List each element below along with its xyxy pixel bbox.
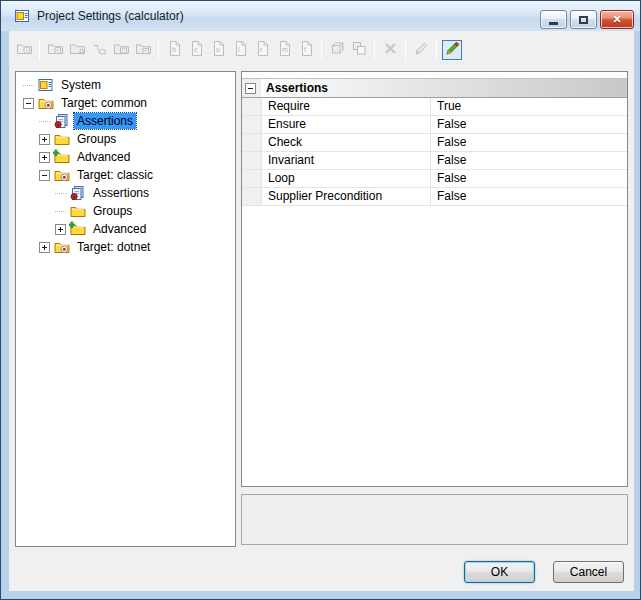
maximize-button[interactable] — [570, 10, 597, 29]
property-row-require[interactable]: RequireTrue — [242, 98, 627, 116]
new-cluster-icon — [69, 40, 86, 60]
tree-item-system[interactable]: System — [16, 76, 235, 94]
tree-item-target-classic[interactable]: Target: classic — [16, 166, 235, 184]
folder-icon — [53, 131, 70, 147]
folder-icon — [69, 203, 86, 219]
expand-icon[interactable] — [39, 242, 50, 253]
ok-button[interactable]: OK — [464, 561, 535, 583]
new-external-make-icon: m — [276, 40, 293, 60]
new-external-header-button[interactable]: h — [164, 40, 184, 60]
target-icon — [53, 167, 70, 183]
svg-text:m: m — [282, 46, 288, 53]
new-assembly-button[interactable] — [133, 40, 153, 60]
target-icon — [53, 239, 70, 255]
tree-item-groups[interactable]: Groups — [16, 130, 235, 148]
new-library-button[interactable] — [111, 40, 131, 60]
new-external-c-icon: c — [188, 40, 205, 60]
row-gutter — [242, 98, 261, 115]
assertions-icon — [53, 113, 70, 129]
property-name: Loop — [261, 170, 431, 187]
edit-button[interactable] — [411, 40, 431, 60]
property-row-ensure[interactable]: EnsureFalse — [242, 116, 627, 134]
property-value[interactable]: True — [431, 98, 627, 115]
property-value[interactable]: False — [431, 134, 627, 151]
new-external-header-icon: h — [166, 40, 183, 60]
expand-icon[interactable] — [39, 134, 50, 145]
property-value[interactable]: False — [431, 188, 627, 205]
tree-item-assertions[interactable]: Assertions — [16, 112, 235, 130]
new-external-make-button[interactable]: m — [274, 40, 294, 60]
toolbar-separator — [39, 39, 40, 61]
tree-item-label: Assertions — [90, 185, 152, 201]
new-system-button[interactable] — [14, 40, 34, 60]
grid-section-header[interactable]: Assertions — [242, 78, 627, 98]
expand-icon[interactable] — [55, 224, 66, 235]
toolbar-separator — [436, 39, 437, 61]
new-assembly-icon — [135, 40, 152, 60]
property-name: Invariant — [261, 152, 431, 169]
tree-item-advanced[interactable]: Advanced — [16, 220, 235, 238]
collapse-icon[interactable] — [23, 98, 34, 109]
property-row-invariant[interactable]: InvariantFalse — [242, 152, 627, 170]
property-name: Supplier Precondition — [261, 188, 431, 205]
assertions-icon — [69, 185, 86, 201]
property-value[interactable]: False — [431, 116, 627, 133]
section-gutter — [242, 79, 261, 97]
close-button[interactable]: ✕ — [600, 10, 634, 29]
tree-item-assertions[interactable]: Assertions — [16, 184, 235, 202]
new-external-object-icon: o — [210, 40, 227, 60]
grid-rows: RequireTrueEnsureFalseCheckFalseInvarian… — [242, 98, 627, 206]
property-value[interactable]: False — [431, 152, 627, 169]
tree-item-label: Groups — [74, 131, 119, 147]
window-title: Project Settings (calculator) — [37, 9, 184, 23]
new-task-button[interactable] — [327, 40, 347, 60]
row-gutter — [242, 170, 261, 187]
new-external-resource-button[interactable]: r — [252, 40, 272, 60]
remove-button[interactable] — [380, 40, 400, 60]
toolbar-separator — [405, 39, 406, 61]
duplicate-button[interactable] — [349, 40, 369, 60]
property-row-supplier-precondition[interactable]: Supplier PreconditionFalse — [242, 188, 627, 206]
toggle-edit-mode-button[interactable] — [442, 40, 462, 60]
row-gutter — [242, 188, 261, 205]
tree-item-groups[interactable]: Groups — [16, 202, 235, 220]
property-grid[interactable]: Assertions RequireTrueEnsureFalseCheckFa… — [241, 71, 628, 487]
tree-item-label: Target: classic — [74, 167, 156, 183]
new-override-button[interactable] — [89, 40, 109, 60]
dialog-body: hcolrmf SystemTarget: commonAssertionsGr… — [9, 31, 634, 591]
svg-text:o: o — [216, 46, 220, 53]
settings-tree[interactable]: SystemTarget: commonAssertionsGroupsAdva… — [15, 71, 236, 547]
maximize-icon — [579, 16, 588, 24]
advanced-icon — [69, 221, 86, 237]
toggle-edit-mode-icon — [444, 40, 461, 60]
tree-item-label: System — [58, 77, 104, 93]
expand-icon[interactable] — [39, 152, 50, 163]
collapse-section-icon[interactable] — [245, 83, 256, 94]
property-value[interactable]: False — [431, 170, 627, 187]
new-external-c-button[interactable]: c — [186, 40, 206, 60]
row-gutter — [242, 134, 261, 151]
new-external-library-button[interactable]: l — [230, 40, 250, 60]
collapse-icon[interactable] — [39, 170, 50, 181]
row-gutter — [242, 116, 261, 133]
tree-item-target-common[interactable]: Target: common — [16, 94, 235, 112]
new-cluster-button[interactable] — [67, 40, 87, 60]
property-name: Ensure — [261, 116, 431, 133]
property-row-check[interactable]: CheckFalse — [242, 134, 627, 152]
tree-item-advanced[interactable]: Advanced — [16, 148, 235, 166]
svg-text:h: h — [172, 46, 176, 53]
new-external-flag-button[interactable]: f — [296, 40, 316, 60]
property-row-loop[interactable]: LoopFalse — [242, 170, 627, 188]
tree-item-label: Advanced — [74, 149, 133, 165]
new-external-library-icon: l — [232, 40, 249, 60]
titlebar[interactable]: Project Settings (calculator) ✕ — [1, 1, 640, 31]
new-target-button[interactable] — [45, 40, 65, 60]
new-external-object-button[interactable]: o — [208, 40, 228, 60]
toolbar: hcolrmf — [11, 37, 463, 63]
tree-item-label: Target: dotnet — [74, 239, 153, 255]
minimize-button[interactable] — [540, 10, 567, 29]
cancel-button[interactable]: Cancel — [553, 561, 624, 583]
tree-item-target-dotnet[interactable]: Target: dotnet — [16, 238, 235, 256]
project-icon — [37, 77, 54, 93]
toolbar-separator — [158, 39, 159, 61]
